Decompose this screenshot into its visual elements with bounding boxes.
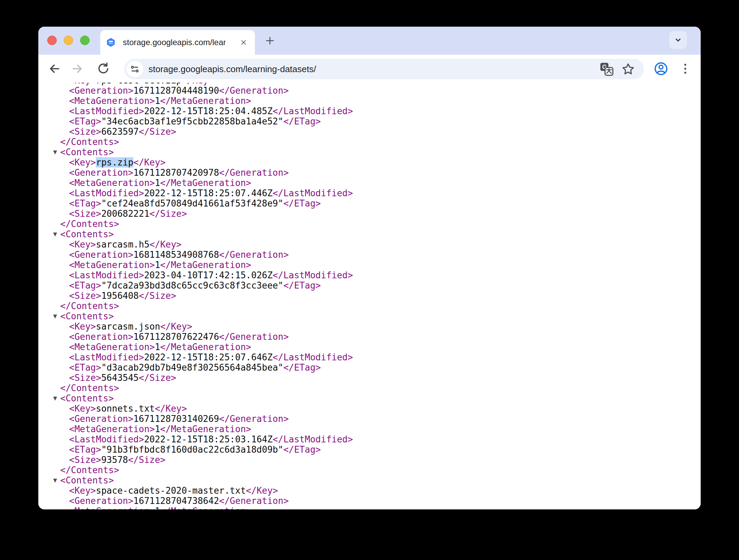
xml-line: <Key>sarcasm.h5</Key> xyxy=(38,239,701,250)
xml-line: </Contents> xyxy=(38,137,701,147)
xml-tag: <Generation> xyxy=(69,250,133,260)
tab-strip: storage.googleapis.com/learn xyxy=(38,27,701,55)
xml-line: <MetaGeneration>1</MetaGeneration> xyxy=(38,342,701,352)
tab-close-icon[interactable] xyxy=(238,37,249,48)
xml-line: <Key>sarcasm.json</Key> xyxy=(38,321,701,332)
xml-tag: <LastModified> xyxy=(69,188,144,198)
xml-tag: <LastModified> xyxy=(69,352,144,362)
close-window-button[interactable] xyxy=(47,36,57,45)
xml-line: ▼<Contents> xyxy=(38,147,701,157)
xml-line: <MetaGeneration>1</MetaGeneration> xyxy=(38,96,701,106)
xml-tag: <Generation> xyxy=(69,85,133,96)
xml-tag: </LastModified> xyxy=(273,270,353,280)
bookmark-star-icon[interactable] xyxy=(621,62,635,76)
xml-tag: <Contents> xyxy=(60,475,114,485)
xml-value: sonnets.txt xyxy=(96,403,155,414)
xml-tag: <ETag> xyxy=(69,280,101,291)
xml-line: </Contents> xyxy=(38,383,701,393)
forward-button[interactable] xyxy=(70,61,85,76)
xml-value: 1956408 xyxy=(101,291,139,301)
xml-tag: </Contents> xyxy=(60,137,119,147)
xml-line: <ETag>"d3acab29db7b49e8f30256564a845bea"… xyxy=(38,362,701,373)
xml-tag: </ETag> xyxy=(283,280,321,291)
profile-avatar-icon[interactable] xyxy=(653,61,669,76)
xml-tag: </Key> xyxy=(182,83,214,85)
selected-text: rps.zip xyxy=(96,157,133,168)
xml-value: 2022-12-15T18:25:03.164Z xyxy=(144,434,273,444)
back-button[interactable] xyxy=(47,61,62,76)
xml-tag: <Key> xyxy=(69,403,96,414)
xml-line: <Key>rps-test-set.zip</Key> xyxy=(38,83,701,85)
xml-value: 1 xyxy=(155,260,160,270)
xml-value: rps-test-set.zip xyxy=(96,83,181,85)
xml-line: ▼<Contents> xyxy=(38,311,701,321)
tab-search-chevron-button[interactable] xyxy=(669,31,687,49)
xml-tag: <Size> xyxy=(69,126,101,137)
xml-line: <LastModified>2023-04-10T17:42:15.026Z</… xyxy=(38,270,701,280)
xml-line: <MetaGeneration>1</MetaGeneration> xyxy=(38,506,701,509)
xml-tag: <LastModified> xyxy=(69,434,144,444)
xml-tag: <Key> xyxy=(69,321,96,332)
collapse-arrow-icon[interactable]: ▼ xyxy=(51,475,59,485)
xml-line: <LastModified>2022-12-15T18:25:07.646Z</… xyxy=(38,352,701,362)
xml-tag: </LastModified> xyxy=(273,188,353,198)
xml-value: 1 xyxy=(155,178,160,188)
xml-tag: <Contents> xyxy=(60,229,114,239)
address-bar[interactable]: storage.googleapis.com/learning-datasets… xyxy=(124,59,644,79)
xml-tag: </Size> xyxy=(139,126,177,137)
xml-line: </Contents> xyxy=(38,301,701,311)
xml-tag: <Generation> xyxy=(69,168,133,178)
xml-line: <Key>sonnets.txt</Key> xyxy=(38,403,701,414)
collapse-arrow-icon[interactable]: ▼ xyxy=(51,147,59,157)
minimize-window-button[interactable] xyxy=(64,36,73,45)
xml-line: <ETag>"34ec6acb3af1e9f5cbb22858ba1a4e52"… xyxy=(38,116,701,126)
xml-tag: </ETag> xyxy=(283,444,321,455)
xml-line: <Size>5643545</Size> xyxy=(38,373,701,383)
xml-line: <LastModified>2022-12-15T18:25:04.485Z</… xyxy=(38,106,701,116)
xml-line: <Key>rps.zip</Key> xyxy=(38,157,701,168)
xml-tag: </LastModified> xyxy=(273,352,353,362)
xml-line: <Generation>1671128704448190</Generation… xyxy=(38,85,701,96)
xml-tag: <Key> xyxy=(69,157,96,168)
toolbar: storage.googleapis.com/learning-datasets… xyxy=(38,55,701,83)
xml-line: <Generation>1671128707420978</Generation… xyxy=(38,168,701,178)
xml-tag: <Size> xyxy=(69,373,101,383)
xml-line: ▼<Contents> xyxy=(38,229,701,239)
xml-tag: </MetaGeneration> xyxy=(160,260,251,270)
xml-tag: </Generation> xyxy=(219,332,289,342)
site-info-tune-icon[interactable] xyxy=(127,61,143,77)
xml-tag: </Contents> xyxy=(60,465,119,475)
xml-tag: </Generation> xyxy=(219,250,289,260)
xml-value: "d3acab29db7b49e8f30256564a845bea" xyxy=(101,362,283,373)
collapse-arrow-icon[interactable]: ▼ xyxy=(51,393,59,403)
xml-value: 1671128704448190 xyxy=(133,85,219,96)
xml-tag: <Contents> xyxy=(60,393,114,403)
xml-line: </Contents> xyxy=(38,465,701,475)
page-content: <Key>rps-test-set.zip</Key><Generation>1… xyxy=(38,83,701,509)
zoom-window-button[interactable] xyxy=(80,36,90,45)
xml-tag: </Size> xyxy=(128,455,166,465)
xml-value: space-cadets-2020-master.txt xyxy=(96,485,246,496)
xml-tag: <Generation> xyxy=(69,496,133,506)
new-tab-button[interactable] xyxy=(265,36,275,46)
xml-line: <MetaGeneration>1</MetaGeneration> xyxy=(38,178,701,188)
active-tab[interactable]: storage.googleapis.com/learn xyxy=(100,30,255,55)
xml-line: <Generation>1671128703140269</Generation… xyxy=(38,414,701,424)
xml-value: "34ec6acb3af1e9f5cbb22858ba1a4e52" xyxy=(101,116,283,126)
xml-tag: <LastModified> xyxy=(69,270,144,280)
xml-tag: </MetaGeneration> xyxy=(160,424,251,434)
xml-value: 1 xyxy=(155,506,160,509)
xml-line: <ETag>"91b3fbfbdc8f160d0ac22c6d3a18d09b"… xyxy=(38,444,701,455)
collapse-arrow-icon[interactable]: ▼ xyxy=(51,229,59,239)
url-text[interactable]: storage.googleapis.com/learning-datasets… xyxy=(148,64,599,75)
xml-tag: </Generation> xyxy=(219,414,289,424)
collapse-arrow-icon[interactable]: ▼ xyxy=(51,311,59,321)
gcs-favicon-icon xyxy=(106,37,116,48)
translate-icon[interactable]: G xyxy=(599,62,614,76)
xml-tag: </Key> xyxy=(160,321,192,332)
xml-value: 93578 xyxy=(101,455,128,465)
xml-tag: <MetaGeneration> xyxy=(69,260,155,270)
xml-value: 1671128704738642 xyxy=(133,496,219,506)
reload-button[interactable] xyxy=(96,61,111,76)
three-dot-menu-icon[interactable] xyxy=(678,61,693,76)
